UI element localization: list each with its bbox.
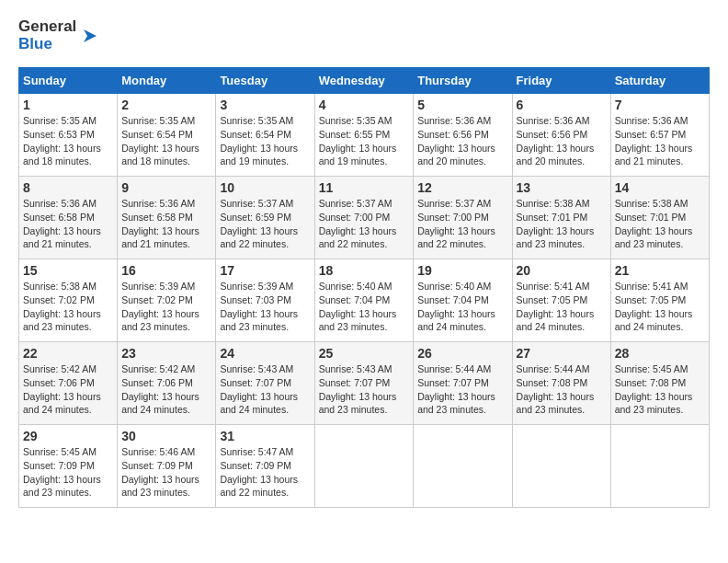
calendar-cell: 10 Sunrise: 5:37 AMSunset: 6:59 PMDaylig… bbox=[216, 177, 314, 259]
calendar-cell: 11 Sunrise: 5:37 AMSunset: 7:00 PMDaylig… bbox=[314, 177, 414, 259]
day-info: Sunrise: 5:38 AMSunset: 7:01 PMDaylight:… bbox=[615, 197, 705, 251]
calendar-cell: 5 Sunrise: 5:36 AMSunset: 6:56 PMDayligh… bbox=[414, 94, 512, 177]
day-info: Sunrise: 5:45 AMSunset: 7:08 PMDaylight:… bbox=[615, 362, 705, 417]
day-info: Sunrise: 5:37 AMSunset: 7:00 PMDaylight:… bbox=[319, 197, 410, 251]
calendar-cell: 6 Sunrise: 5:36 AMSunset: 6:56 PMDayligh… bbox=[512, 94, 610, 177]
day-info: Sunrise: 5:46 AMSunset: 7:09 PMDaylight:… bbox=[121, 445, 211, 500]
calendar-cell: 23 Sunrise: 5:42 AMSunset: 7:06 PMDaylig… bbox=[118, 342, 216, 425]
day-number: 11 bbox=[319, 180, 410, 195]
calendar-cell: 14 Sunrise: 5:38 AMSunset: 7:01 PMDaylig… bbox=[610, 177, 709, 259]
header-saturday: Saturday bbox=[610, 68, 709, 94]
day-info: Sunrise: 5:47 AMSunset: 7:09 PMDaylight:… bbox=[220, 445, 310, 500]
day-number: 24 bbox=[220, 346, 310, 361]
header-wednesday: Wednesday bbox=[314, 68, 414, 94]
day-number: 14 bbox=[615, 180, 705, 195]
day-info: Sunrise: 5:40 AMSunset: 7:04 PMDaylight:… bbox=[417, 280, 507, 334]
day-info: Sunrise: 5:35 AMSunset: 6:55 PMDaylight:… bbox=[319, 114, 410, 168]
day-info: Sunrise: 5:35 AMSunset: 6:54 PMDaylight:… bbox=[121, 114, 211, 168]
day-number: 12 bbox=[417, 180, 507, 195]
day-number: 9 bbox=[121, 180, 211, 195]
day-number: 30 bbox=[121, 429, 211, 443]
week-row-5: 29 Sunrise: 5:45 AMSunset: 7:09 PMDaylig… bbox=[19, 425, 710, 508]
day-info: Sunrise: 5:45 AMSunset: 7:09 PMDaylight:… bbox=[23, 445, 113, 500]
day-number: 8 bbox=[23, 180, 113, 195]
calendar-cell: 29 Sunrise: 5:45 AMSunset: 7:09 PMDaylig… bbox=[19, 425, 118, 508]
day-info: Sunrise: 5:37 AMSunset: 6:59 PMDaylight:… bbox=[220, 197, 310, 251]
logo-general: General bbox=[18, 18, 76, 36]
day-number: 13 bbox=[517, 180, 607, 195]
calendar-cell: 27 Sunrise: 5:44 AMSunset: 7:08 PMDaylig… bbox=[512, 342, 610, 425]
day-number: 23 bbox=[121, 346, 211, 361]
day-number: 25 bbox=[319, 346, 410, 361]
calendar-cell: 18 Sunrise: 5:40 AMSunset: 7:04 PMDaylig… bbox=[314, 259, 414, 342]
logo-arrow-icon bbox=[80, 26, 100, 46]
day-number: 16 bbox=[121, 263, 211, 278]
day-number: 3 bbox=[220, 98, 310, 112]
day-info: Sunrise: 5:36 AMSunset: 6:56 PMDaylight:… bbox=[417, 114, 507, 168]
week-row-2: 8 Sunrise: 5:36 AMSunset: 6:58 PMDayligh… bbox=[19, 177, 710, 259]
calendar-cell bbox=[610, 425, 709, 508]
day-number: 26 bbox=[417, 346, 507, 361]
day-number: 21 bbox=[615, 263, 705, 278]
day-number: 28 bbox=[615, 346, 705, 361]
day-number: 18 bbox=[319, 263, 410, 278]
calendar-cell: 16 Sunrise: 5:39 AMSunset: 7:02 PMDaylig… bbox=[118, 259, 216, 342]
week-row-3: 15 Sunrise: 5:38 AMSunset: 7:02 PMDaylig… bbox=[19, 259, 710, 342]
day-info: Sunrise: 5:42 AMSunset: 7:06 PMDaylight:… bbox=[121, 362, 211, 417]
calendar-cell bbox=[512, 425, 610, 508]
day-number: 27 bbox=[517, 346, 607, 361]
calendar-table: SundayMondayTuesdayWednesdayThursdayFrid… bbox=[18, 67, 710, 508]
calendar-cell: 3 Sunrise: 5:35 AMSunset: 6:54 PMDayligh… bbox=[216, 94, 314, 177]
calendar-cell bbox=[314, 425, 414, 508]
day-number: 29 bbox=[23, 429, 113, 443]
day-info: Sunrise: 5:43 AMSunset: 7:07 PMDaylight:… bbox=[220, 362, 310, 417]
calendar-cell: 9 Sunrise: 5:36 AMSunset: 6:58 PMDayligh… bbox=[118, 177, 216, 259]
calendar-cell: 2 Sunrise: 5:35 AMSunset: 6:54 PMDayligh… bbox=[118, 94, 216, 177]
day-number: 5 bbox=[417, 98, 507, 112]
calendar-cell: 19 Sunrise: 5:40 AMSunset: 7:04 PMDaylig… bbox=[414, 259, 512, 342]
day-number: 31 bbox=[220, 429, 310, 443]
calendar-cell: 31 Sunrise: 5:47 AMSunset: 7:09 PMDaylig… bbox=[216, 425, 314, 508]
day-info: Sunrise: 5:39 AMSunset: 7:03 PMDaylight:… bbox=[220, 280, 310, 334]
header-tuesday: Tuesday bbox=[216, 68, 314, 94]
day-info: Sunrise: 5:38 AMSunset: 7:02 PMDaylight:… bbox=[23, 280, 113, 334]
day-number: 17 bbox=[220, 263, 310, 278]
day-info: Sunrise: 5:36 AMSunset: 6:58 PMDaylight:… bbox=[23, 197, 113, 251]
day-number: 2 bbox=[121, 98, 211, 112]
day-number: 15 bbox=[23, 263, 113, 278]
day-info: Sunrise: 5:37 AMSunset: 7:00 PMDaylight:… bbox=[417, 197, 507, 251]
calendar-cell: 22 Sunrise: 5:42 AMSunset: 7:06 PMDaylig… bbox=[19, 342, 118, 425]
logo: General Blue bbox=[18, 18, 100, 52]
header-thursday: Thursday bbox=[414, 68, 512, 94]
day-number: 22 bbox=[23, 346, 113, 361]
calendar-cell: 21 Sunrise: 5:41 AMSunset: 7:05 PMDaylig… bbox=[610, 259, 709, 342]
week-row-1: 1 Sunrise: 5:35 AMSunset: 6:53 PMDayligh… bbox=[19, 94, 710, 177]
calendar-cell: 25 Sunrise: 5:43 AMSunset: 7:07 PMDaylig… bbox=[314, 342, 414, 425]
day-info: Sunrise: 5:41 AMSunset: 7:05 PMDaylight:… bbox=[517, 280, 607, 334]
page-header: General Blue bbox=[18, 18, 710, 52]
calendar-cell: 17 Sunrise: 5:39 AMSunset: 7:03 PMDaylig… bbox=[216, 259, 314, 342]
day-info: Sunrise: 5:39 AMSunset: 7:02 PMDaylight:… bbox=[121, 280, 211, 334]
day-info: Sunrise: 5:38 AMSunset: 7:01 PMDaylight:… bbox=[517, 197, 607, 251]
calendar-cell: 7 Sunrise: 5:36 AMSunset: 6:57 PMDayligh… bbox=[610, 94, 709, 177]
calendar-cell: 20 Sunrise: 5:41 AMSunset: 7:05 PMDaylig… bbox=[512, 259, 610, 342]
calendar-cell: 24 Sunrise: 5:43 AMSunset: 7:07 PMDaylig… bbox=[216, 342, 314, 425]
day-info: Sunrise: 5:44 AMSunset: 7:07 PMDaylight:… bbox=[417, 362, 507, 417]
day-number: 20 bbox=[517, 263, 607, 278]
calendar-cell: 12 Sunrise: 5:37 AMSunset: 7:00 PMDaylig… bbox=[414, 177, 512, 259]
day-info: Sunrise: 5:35 AMSunset: 6:53 PMDaylight:… bbox=[23, 114, 113, 168]
calendar-cell: 4 Sunrise: 5:35 AMSunset: 6:55 PMDayligh… bbox=[314, 94, 414, 177]
header-sunday: Sunday bbox=[19, 68, 118, 94]
svg-marker-0 bbox=[84, 29, 97, 42]
day-info: Sunrise: 5:44 AMSunset: 7:08 PMDaylight:… bbox=[517, 362, 607, 417]
day-info: Sunrise: 5:43 AMSunset: 7:07 PMDaylight:… bbox=[319, 362, 410, 417]
day-info: Sunrise: 5:36 AMSunset: 6:57 PMDaylight:… bbox=[615, 114, 705, 168]
calendar-cell: 13 Sunrise: 5:38 AMSunset: 7:01 PMDaylig… bbox=[512, 177, 610, 259]
header-monday: Monday bbox=[118, 68, 216, 94]
calendar-cell: 1 Sunrise: 5:35 AMSunset: 6:53 PMDayligh… bbox=[19, 94, 118, 177]
day-info: Sunrise: 5:42 AMSunset: 7:06 PMDaylight:… bbox=[23, 362, 113, 417]
week-row-4: 22 Sunrise: 5:42 AMSunset: 7:06 PMDaylig… bbox=[19, 342, 710, 425]
day-number: 6 bbox=[517, 98, 607, 112]
day-number: 4 bbox=[319, 98, 410, 112]
header-friday: Friday bbox=[512, 68, 610, 94]
